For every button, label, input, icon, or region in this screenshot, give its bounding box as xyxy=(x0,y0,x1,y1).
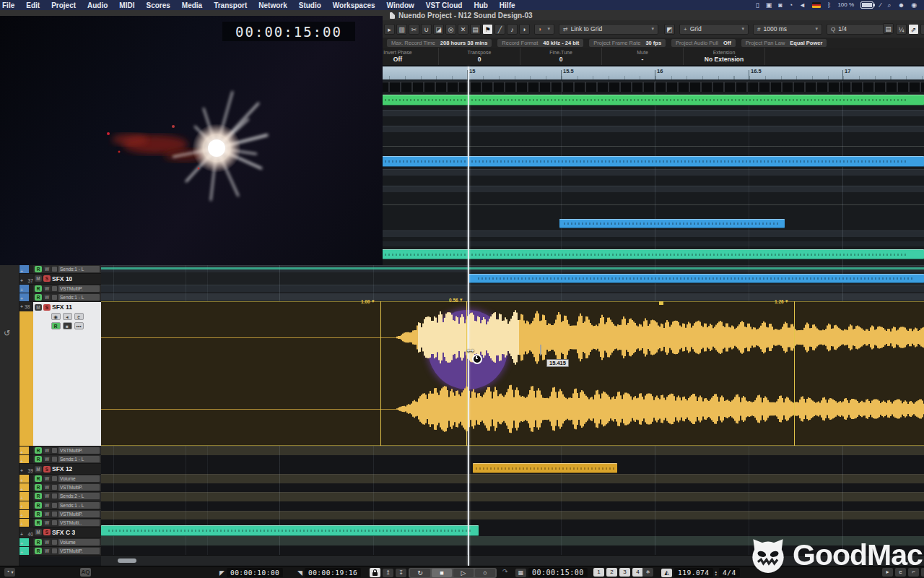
read-button[interactable]: R xyxy=(35,539,42,545)
automation-lane[interactable] xyxy=(101,285,924,292)
write-button[interactable]: W xyxy=(43,475,51,482)
freeze-button[interactable]: ▪▪▪ xyxy=(74,322,84,329)
track-type-icon[interactable]: + xyxy=(20,304,23,309)
write-button[interactable]: W xyxy=(43,493,51,499)
write-button[interactable]: W xyxy=(43,294,51,301)
read-button[interactable]: R xyxy=(35,266,42,272)
write-button[interactable]: W xyxy=(43,539,51,545)
write-button[interactable]: W xyxy=(43,447,51,454)
bypass-button[interactable] xyxy=(52,295,57,300)
status-icon[interactable]: ☻ xyxy=(898,0,905,10)
track-row[interactable]: + M S R W Volume xyxy=(19,475,101,483)
track-row[interactable]: + M S R W Sends:1 - L xyxy=(19,293,101,302)
mute-button[interactable]: M xyxy=(35,466,42,473)
track-row[interactable]: + 37 M S SFX 10 R W xyxy=(19,274,101,285)
right-locator[interactable]: ◥ 00:00:19:16 xyxy=(297,568,361,577)
read-button[interactable]: R xyxy=(35,511,42,517)
menu-item[interactable]: Media xyxy=(176,1,208,9)
cycle-button[interactable]: ↻ xyxy=(410,569,430,577)
automation-lane[interactable] xyxy=(101,474,924,483)
time-signature-display[interactable]: 4/4 xyxy=(719,568,740,577)
menu-item[interactable]: MIDI xyxy=(113,1,140,9)
jump-icon[interactable]: ↷ xyxy=(502,568,508,575)
bypass-button[interactable] xyxy=(52,476,57,481)
sfx12-audio-event[interactable] xyxy=(473,463,617,473)
mute-button[interactable]: M xyxy=(35,529,42,535)
gear-icon[interactable]: ∗ xyxy=(642,568,653,577)
marker-button[interactable]: 4 xyxy=(632,568,643,577)
status-icon[interactable] xyxy=(812,2,821,8)
menu-item[interactable]: VST Cloud xyxy=(420,1,468,9)
track-type-icon[interactable]: + xyxy=(20,550,23,555)
sfx11-audio-event[interactable] xyxy=(101,301,924,446)
playhead[interactable] xyxy=(468,66,469,566)
left-locator[interactable]: ◤ 00:00:10:00 xyxy=(219,568,283,577)
bypass-button[interactable] xyxy=(52,457,57,462)
bypass-button[interactable] xyxy=(52,512,57,517)
tool-button[interactable]: ◗ xyxy=(519,24,530,35)
write-button[interactable]: W xyxy=(43,456,51,462)
bypass-button[interactable] xyxy=(52,485,57,490)
write-button[interactable]: W xyxy=(43,484,51,491)
read-button[interactable]: R xyxy=(35,475,42,482)
tool-button[interactable]: ▤ xyxy=(470,24,481,35)
track-color-tab[interactable]: + xyxy=(19,547,33,555)
mute-button[interactable]: M xyxy=(35,275,42,282)
tool-button[interactable]: ∪ xyxy=(421,24,432,35)
punch-in-button[interactable]: ↥ xyxy=(383,569,393,577)
snap-point-line[interactable] xyxy=(466,301,467,446)
mute-button[interactable]: M xyxy=(35,304,42,311)
quantize-dropdown[interactable]: Q 1/4 ▾ xyxy=(827,24,892,35)
track-row[interactable]: + M S R W VSTMultiP. xyxy=(19,447,101,455)
read-button[interactable]: R xyxy=(35,519,42,526)
tool-button[interactable]: ◎ xyxy=(445,24,456,35)
event-info-column[interactable]: Transpose 0 xyxy=(439,48,520,65)
sfx10-audio-event[interactable] xyxy=(468,274,924,283)
monitor-button[interactable]: ◉ xyxy=(51,313,61,320)
menu-item[interactable]: Window xyxy=(381,1,420,9)
bypass-button[interactable] xyxy=(52,493,57,499)
menu-item[interactable]: Audio xyxy=(82,1,113,9)
audio-event-blue-short[interactable] xyxy=(559,219,785,228)
time-format-icon[interactable]: ▦ xyxy=(515,569,526,577)
track-row[interactable]: + M S R W VSTMultiP. xyxy=(19,483,101,492)
primary-time-display[interactable]: 00:00:15:00 xyxy=(528,568,588,577)
read-button[interactable]: R xyxy=(35,294,42,301)
metronome-button[interactable]: ◭ xyxy=(661,569,672,577)
status-icon[interactable]: ◄ xyxy=(799,0,806,10)
sfxc3-audio-event[interactable] xyxy=(101,525,479,536)
h-scrollbar-thumb[interactable] xyxy=(118,558,136,563)
grid-value-dropdown[interactable]: # 1000 ms ▾ xyxy=(753,24,822,35)
automation-lane[interactable] xyxy=(101,511,924,519)
status-icon[interactable]: ▣ xyxy=(766,0,772,10)
status-icon[interactable]: ◉ xyxy=(911,0,917,10)
snap-point-handle[interactable]: 0.56 ▼ xyxy=(449,298,463,303)
info-pill[interactable]: Project Pan Law Equal Power xyxy=(741,39,827,47)
menu-item[interactable]: Project xyxy=(45,1,82,9)
bypass-button[interactable] xyxy=(52,448,57,453)
info-pill[interactable]: Record Format 48 kHz - 24 bit xyxy=(497,39,583,47)
read-button[interactable]: R xyxy=(35,548,42,554)
track-color-tab[interactable]: + xyxy=(19,293,33,301)
read-button[interactable]: R xyxy=(35,285,42,292)
right-locator-time[interactable]: 00:00:19:16 xyxy=(305,568,361,577)
channel-edit-button[interactable]: e xyxy=(74,313,84,320)
mini-tool-button[interactable]: e xyxy=(920,24,924,35)
automation-lane[interactable] xyxy=(101,492,924,501)
bypass-button[interactable] xyxy=(52,503,57,508)
solo-button[interactable]: S xyxy=(43,304,51,311)
status-icon[interactable]: ◔ xyxy=(789,0,793,10)
status-icon[interactable]: 100 % xyxy=(837,0,854,10)
track-row[interactable]: + M S R W Sends:2 - L xyxy=(19,492,101,501)
marker-button[interactable]: 2 xyxy=(606,568,617,577)
menu-item[interactable]: Hub xyxy=(468,1,493,9)
record-button[interactable]: ○ xyxy=(475,569,495,577)
status-icon[interactable]: ᛒ xyxy=(827,0,831,10)
track-row[interactable]: + M S R W Volume xyxy=(19,538,101,547)
write-button[interactable]: ■ xyxy=(63,322,72,329)
bypass-button[interactable] xyxy=(52,540,57,545)
performance-icon[interactable]: ◔ ▾ xyxy=(4,568,15,577)
bypass-button[interactable] xyxy=(52,548,57,553)
mini-tool-button[interactable]: ¼ xyxy=(896,24,907,35)
tool-button[interactable]: ✂ xyxy=(409,24,419,35)
